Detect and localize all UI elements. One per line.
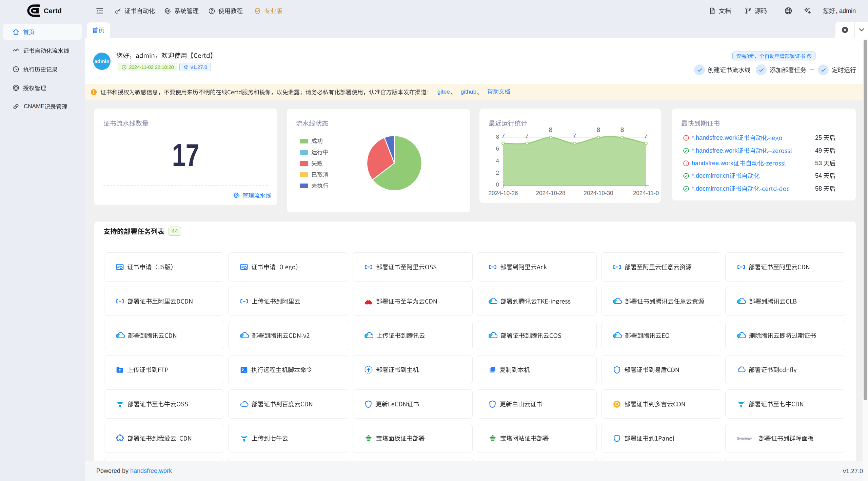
- svg-text:Synology: Synology: [737, 437, 752, 440]
